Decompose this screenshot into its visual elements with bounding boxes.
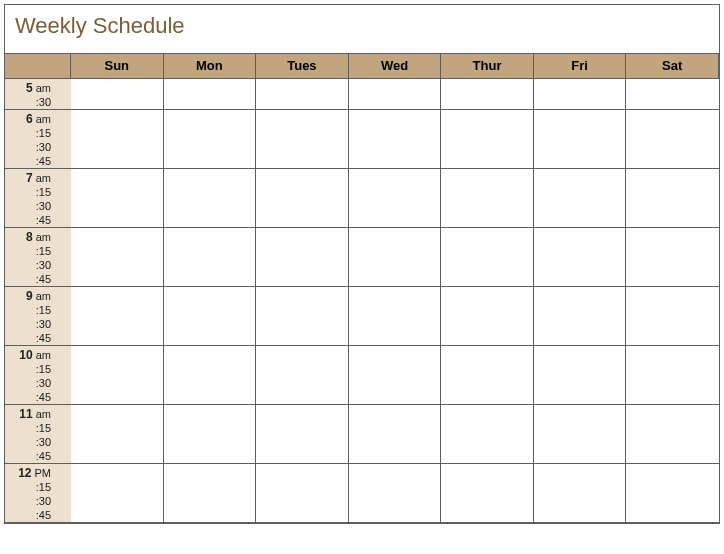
minute-label: :15 — [5, 421, 71, 435]
schedule-cell[interactable] — [626, 287, 719, 346]
schedule-cell[interactable] — [71, 79, 164, 110]
schedule-cell[interactable] — [441, 287, 534, 346]
schedule-cell[interactable] — [164, 169, 257, 228]
minute-label: :30 — [5, 317, 71, 331]
schedule-cell[interactable] — [164, 228, 257, 287]
schedule-cell[interactable] — [256, 405, 349, 464]
schedule-cell[interactable] — [534, 464, 627, 523]
day-header: Fri — [534, 53, 627, 79]
time-label: 9am:15:30:45 — [5, 287, 71, 346]
minute-label: :15 — [5, 362, 71, 376]
minute-label: :45 — [5, 154, 71, 168]
schedule-cell[interactable] — [256, 346, 349, 405]
day-header: Tues — [256, 53, 349, 79]
hour-suffix: am — [36, 289, 51, 303]
schedule-cell[interactable] — [164, 287, 257, 346]
minute-label: :45 — [5, 508, 71, 522]
schedule-cell[interactable] — [626, 228, 719, 287]
minute-label: :30 — [5, 376, 71, 390]
schedule-cell[interactable] — [441, 79, 534, 110]
schedule-cell[interactable] — [441, 405, 534, 464]
schedule-cell[interactable] — [256, 287, 349, 346]
day-header: Mon — [164, 53, 257, 79]
schedule-cell[interactable] — [534, 228, 627, 287]
schedule-cell[interactable] — [71, 169, 164, 228]
day-header: Thur — [441, 53, 534, 79]
minute-label: :15 — [5, 126, 71, 140]
schedule-cell[interactable] — [256, 110, 349, 169]
schedule-cell[interactable] — [441, 169, 534, 228]
minute-label: :45 — [5, 390, 71, 404]
schedule-cell[interactable] — [626, 405, 719, 464]
hour-value: 6 — [17, 112, 33, 126]
schedule-cell[interactable] — [626, 169, 719, 228]
schedule-cell[interactable] — [349, 405, 442, 464]
page-title: Weekly Schedule — [5, 5, 719, 53]
schedule-page: Weekly Schedule SunMonTuesWedThurFriSat5… — [4, 4, 720, 524]
schedule-cell[interactable] — [534, 287, 627, 346]
hour-suffix: am — [36, 81, 51, 95]
minute-label: :30 — [5, 140, 71, 154]
schedule-cell[interactable] — [349, 346, 442, 405]
schedule-cell[interactable] — [164, 110, 257, 169]
schedule-cell[interactable] — [534, 169, 627, 228]
schedule-cell[interactable] — [349, 79, 442, 110]
schedule-cell[interactable] — [256, 464, 349, 523]
time-label: 11am:15:30:45 — [5, 405, 71, 464]
hour-value: 5 — [17, 81, 33, 95]
schedule-cell[interactable] — [349, 464, 442, 523]
schedule-cell[interactable] — [626, 464, 719, 523]
schedule-cell[interactable] — [441, 464, 534, 523]
minute-label: :15 — [5, 244, 71, 258]
hour-suffix: am — [36, 230, 51, 244]
hour-value: 7 — [17, 171, 33, 185]
schedule-cell[interactable] — [349, 287, 442, 346]
schedule-cell[interactable] — [349, 110, 442, 169]
minute-label: :45 — [5, 449, 71, 463]
schedule-cell[interactable] — [71, 346, 164, 405]
schedule-cell[interactable] — [349, 169, 442, 228]
schedule-cell[interactable] — [71, 228, 164, 287]
schedule-cell[interactable] — [534, 79, 627, 110]
time-label: 5am:30 — [5, 79, 71, 110]
minute-label: :45 — [5, 272, 71, 286]
schedule-cell[interactable] — [534, 405, 627, 464]
time-label: 10am:15:30:45 — [5, 346, 71, 405]
schedule-cell[interactable] — [256, 228, 349, 287]
schedule-cell[interactable] — [71, 464, 164, 523]
hour-value: 8 — [17, 230, 33, 244]
schedule-cell[interactable] — [441, 346, 534, 405]
hour-value: 12 — [16, 466, 32, 480]
time-label: 8am:15:30:45 — [5, 228, 71, 287]
schedule-cell[interactable] — [626, 79, 719, 110]
schedule-cell[interactable] — [71, 405, 164, 464]
hour-value: 10 — [17, 348, 33, 362]
day-header: Sun — [71, 53, 164, 79]
schedule-cell[interactable] — [71, 110, 164, 169]
minute-label: :15 — [5, 303, 71, 317]
hour-suffix: am — [36, 407, 51, 421]
minute-label: :30 — [5, 494, 71, 508]
minute-label: :30 — [5, 435, 71, 449]
schedule-cell[interactable] — [349, 228, 442, 287]
schedule-cell[interactable] — [164, 346, 257, 405]
schedule-cell[interactable] — [626, 346, 719, 405]
hour-value: 11 — [17, 407, 33, 421]
hour-suffix: am — [36, 171, 51, 185]
schedule-cell[interactable] — [626, 110, 719, 169]
schedule-cell[interactable] — [441, 228, 534, 287]
schedule-cell[interactable] — [534, 346, 627, 405]
schedule-cell[interactable] — [164, 464, 257, 523]
schedule-cell[interactable] — [71, 287, 164, 346]
minute-label: :30 — [5, 95, 71, 109]
schedule-cell[interactable] — [256, 79, 349, 110]
schedule-cell[interactable] — [164, 79, 257, 110]
minute-label: :15 — [5, 185, 71, 199]
hour-value: 9 — [17, 289, 33, 303]
schedule-cell[interactable] — [164, 405, 257, 464]
minute-label: :45 — [5, 213, 71, 227]
schedule-cell[interactable] — [441, 110, 534, 169]
schedule-cell[interactable] — [256, 169, 349, 228]
schedule-cell[interactable] — [534, 110, 627, 169]
hour-suffix: am — [36, 348, 51, 362]
